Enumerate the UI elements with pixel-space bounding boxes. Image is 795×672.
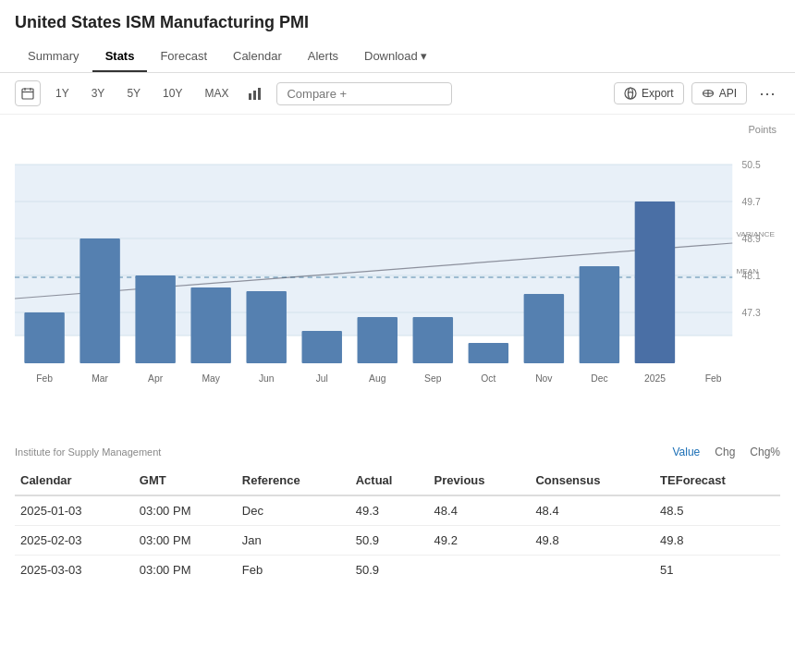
cell-consensus: 49.8 xyxy=(530,526,654,556)
api-button[interactable]: API xyxy=(691,82,747,104)
svg-text:Feb: Feb xyxy=(705,373,722,384)
col-reference: Reference xyxy=(237,466,350,495)
cell-previous: 49.2 xyxy=(429,526,531,556)
col-teforecast: TEForecast xyxy=(654,466,780,495)
svg-text:Jun: Jun xyxy=(259,373,275,384)
cell-gmt: 03:00 PM xyxy=(134,556,237,585)
svg-text:Jul: Jul xyxy=(316,373,328,384)
svg-point-8 xyxy=(628,88,632,99)
col-calendar: Calendar xyxy=(15,466,134,495)
cell-reference: Dec xyxy=(237,495,350,526)
chart-area: Points 50.5 49.7 48.9 48.1 47.3 xyxy=(0,115,795,442)
svg-text:Aug: Aug xyxy=(369,373,385,384)
more-options-button[interactable]: ⋯ xyxy=(754,80,780,106)
nav-tabs: Summary Stats Forecast Calendar Alerts D… xyxy=(0,42,795,73)
cell-gmt: 03:00 PM xyxy=(134,526,237,556)
cell-teforecast: 48.5 xyxy=(654,495,780,526)
svg-rect-36 xyxy=(580,266,619,363)
svg-rect-31 xyxy=(302,331,342,363)
value-control-chgpct[interactable]: Chg% xyxy=(750,446,780,458)
svg-text:50.5: 50.5 xyxy=(742,160,761,170)
page-title: United States ISM Manufacturing PMI xyxy=(0,0,795,42)
table-row: 2025-01-0303:00 PMDec49.348.448.448.5 xyxy=(15,495,780,526)
svg-text:Mar: Mar xyxy=(92,373,108,384)
cell-reference: Feb xyxy=(237,556,350,585)
svg-rect-12 xyxy=(15,165,732,336)
cell-teforecast: 51 xyxy=(654,556,780,585)
tab-stats[interactable]: Stats xyxy=(92,42,148,72)
timeframe-10y[interactable]: 10Y xyxy=(155,83,190,104)
svg-text:47.3: 47.3 xyxy=(742,308,761,318)
svg-text:Apr: Apr xyxy=(148,373,164,384)
tab-summary[interactable]: Summary xyxy=(15,42,92,72)
cell-teforecast: 49.8 xyxy=(654,526,780,556)
svg-rect-29 xyxy=(190,287,230,363)
svg-rect-37 xyxy=(635,202,675,363)
chart-value-controls: Value Chg Chg% xyxy=(672,446,780,458)
cell-consensus: 48.4 xyxy=(530,495,654,526)
tab-download[interactable]: Download ▾ xyxy=(351,42,440,72)
svg-rect-32 xyxy=(358,317,398,363)
chart-source: Institute for Supply Management xyxy=(15,446,161,458)
col-gmt: GMT xyxy=(134,466,237,495)
table-row: 2025-02-0303:00 PMJan50.949.249.849.8 xyxy=(15,526,780,556)
cell-calendar: 2025-01-03 xyxy=(15,495,134,526)
table-row: 2025-03-0303:00 PMFeb50.951 xyxy=(15,556,780,585)
cell-previous xyxy=(429,556,531,585)
svg-rect-5 xyxy=(253,91,256,100)
cell-reference: Jan xyxy=(237,526,350,556)
cell-calendar: 2025-03-03 xyxy=(15,556,134,585)
svg-rect-4 xyxy=(249,93,251,100)
tab-calendar[interactable]: Calendar xyxy=(220,42,295,72)
value-control-chg[interactable]: Chg xyxy=(715,446,735,458)
svg-text:Dec: Dec xyxy=(591,373,607,384)
col-previous: Previous xyxy=(429,466,531,495)
cell-actual: 50.9 xyxy=(350,556,429,585)
svg-text:May: May xyxy=(202,373,220,384)
svg-text:VARIANCE: VARIANCE xyxy=(736,230,775,238)
api-label: API xyxy=(719,87,737,100)
svg-text:MEAN: MEAN xyxy=(736,267,758,275)
timeframe-1y[interactable]: 1Y xyxy=(48,83,77,104)
svg-text:49.7: 49.7 xyxy=(742,197,761,207)
export-button[interactable]: Export xyxy=(614,82,684,104)
col-consensus: Consensus xyxy=(530,466,654,495)
svg-rect-6 xyxy=(258,88,261,100)
compare-input[interactable] xyxy=(276,82,452,105)
timeframe-5y[interactable]: 5Y xyxy=(119,83,148,104)
svg-rect-30 xyxy=(246,291,286,363)
cell-actual: 49.3 xyxy=(350,495,429,526)
timeframe-3y[interactable]: 3Y xyxy=(84,83,113,104)
tab-forecast[interactable]: Forecast xyxy=(147,42,220,72)
svg-rect-28 xyxy=(135,275,175,363)
svg-text:Oct: Oct xyxy=(481,373,495,384)
cell-calendar: 2025-02-03 xyxy=(15,526,134,556)
cell-actual: 50.9 xyxy=(350,526,429,556)
export-label: Export xyxy=(642,87,674,100)
svg-rect-26 xyxy=(24,312,64,363)
col-actual: Actual xyxy=(350,466,429,495)
chart-type-button[interactable] xyxy=(243,80,269,106)
svg-rect-35 xyxy=(524,294,564,363)
calendar-picker-button[interactable] xyxy=(15,80,41,106)
svg-point-7 xyxy=(625,88,636,99)
chart-container: 50.5 49.7 48.9 48.1 47.3 xyxy=(15,128,780,442)
tab-alerts[interactable]: Alerts xyxy=(295,42,351,72)
svg-rect-34 xyxy=(469,343,508,363)
svg-rect-0 xyxy=(22,89,33,99)
table-header-row: Calendar GMT Reference Actual Previous C… xyxy=(15,466,780,495)
data-table: Calendar GMT Reference Actual Previous C… xyxy=(0,466,795,599)
svg-text:2025: 2025 xyxy=(644,373,666,384)
svg-text:Sep: Sep xyxy=(424,373,442,384)
cell-consensus xyxy=(530,556,654,585)
value-control-value[interactable]: Value xyxy=(672,446,700,458)
svg-text:Nov: Nov xyxy=(535,373,553,384)
svg-rect-33 xyxy=(413,317,453,363)
svg-text:Feb: Feb xyxy=(36,373,53,384)
svg-rect-27 xyxy=(80,238,119,363)
timeframe-max[interactable]: MAX xyxy=(197,83,236,104)
cell-previous: 48.4 xyxy=(429,495,531,526)
chart-controls: 1Y 3Y 5Y 10Y MAX Export API ⋯ xyxy=(0,73,795,115)
cell-gmt: 03:00 PM xyxy=(134,495,237,526)
